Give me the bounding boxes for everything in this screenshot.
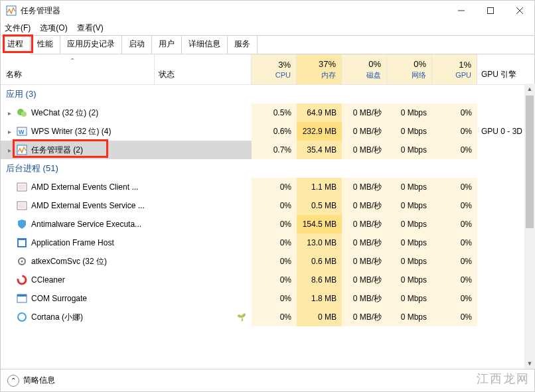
column-status[interactable]: 状态 — [155, 54, 252, 84]
appframe-icon — [17, 237, 27, 248]
menu-view[interactable]: 查看(V) — [77, 23, 104, 34]
cell-disk: 0 MB/秒 — [342, 233, 387, 252]
process-row[interactable]: AMD External Events Service ...0%0.5 MB0… — [1, 196, 534, 215]
process-row[interactable]: ▸WeChat (32 位) (2)0.5%64.9 MB0 MB/秒0 Mbp… — [1, 103, 534, 122]
cell-mem: 0.6 MB — [297, 252, 342, 271]
column-network[interactable]: 0% 网络 — [387, 54, 432, 84]
cell-disk: 0 MB/秒 — [342, 196, 387, 215]
ccleaner-icon — [17, 275, 27, 285]
cell-cpu: 0.6% — [252, 122, 297, 141]
cell-gpu: 0% — [432, 308, 477, 326]
group-background[interactable]: 后台进程 (51) — [1, 159, 534, 178]
svg-text:W: W — [19, 129, 25, 135]
svg-rect-13 — [19, 203, 25, 208]
process-row[interactable]: COM Surrogate0%1.8 MB0 MB/秒0 Mbps0% — [1, 289, 534, 308]
cell-gpu: 0% — [432, 271, 477, 289]
cell-net: 0 Mbps — [387, 215, 432, 233]
process-name: COM Surrogate — [31, 294, 87, 303]
shield-icon — [17, 219, 27, 229]
process-list[interactable]: 应用 (3) ▸WeChat (32 位) (2)0.5%64.9 MB0 MB… — [1, 85, 534, 369]
wechat-icon — [17, 107, 27, 118]
cell-cpu: 0% — [252, 233, 297, 252]
cell-cpu: 0% — [252, 308, 297, 326]
sort-caret-icon: ⌃ — [70, 57, 75, 64]
close-button[interactable] — [505, 1, 534, 21]
tab-strip: 进程 性能 应用历史记录 启动 用户 详细信息 服务 — [1, 35, 534, 54]
column-name[interactable]: ⌃ 名称 — [1, 54, 155, 84]
process-row[interactable]: CCleaner0%8.6 MB0 MB/秒0 Mbps0% — [1, 271, 534, 289]
cell-status — [155, 122, 252, 141]
menu-options[interactable]: 选项(O) — [40, 23, 67, 34]
column-gpu[interactable]: 1% GPU — [432, 54, 477, 84]
cell-gpu: 0% — [432, 289, 477, 308]
process-name: Application Frame Host — [31, 238, 114, 247]
cell-disk: 0 MB/秒 — [342, 215, 387, 233]
column-memory[interactable]: 37% 内存 — [297, 54, 342, 84]
menu-file[interactable]: 文件(F) — [5, 23, 31, 34]
svg-point-17 — [21, 261, 23, 263]
cell-disk: 0 MB/秒 — [342, 178, 387, 196]
cell-disk: 0 MB/秒 — [342, 252, 387, 271]
cell-disk: 0 MB/秒 — [342, 103, 387, 122]
cell-status — [155, 271, 252, 289]
process-name: Antimalware Service Executa... — [31, 220, 141, 229]
process-row[interactable]: ▸WWPS Writer (32 位) (4)0.6%232.9 MB0 MB/… — [1, 122, 534, 141]
svg-rect-15 — [19, 240, 25, 246]
tab-details[interactable]: 详细信息 — [182, 36, 228, 54]
cell-gpu: 0% — [432, 252, 477, 271]
wps-icon: W — [17, 126, 27, 137]
cell-net: 0 Mbps — [387, 271, 432, 289]
fewer-details-icon[interactable]: ⌃ — [7, 375, 19, 387]
tab-users[interactable]: 用户 — [152, 36, 182, 54]
cell-disk: 0 MB/秒 — [342, 122, 387, 141]
process-row[interactable]: Application Frame Host0%13.0 MB0 MB/秒0 M… — [1, 233, 534, 252]
menu-bar: 文件(F) 选项(O) 查看(V) — [1, 21, 534, 35]
tab-processes[interactable]: 进程 — [1, 36, 31, 54]
tab-startup[interactable]: 启动 — [122, 36, 152, 54]
process-row[interactable]: atkexComSvc (32 位)0%0.6 MB0 MB/秒0 Mbps0% — [1, 252, 534, 271]
scroll-down-arrow[interactable]: ▼ — [524, 358, 535, 369]
cell-mem: 35.4 MB — [297, 141, 342, 159]
maximize-button[interactable] — [476, 1, 505, 21]
cell-status: 🌱 — [155, 308, 252, 326]
process-row[interactable]: ▸任务管理器 (2)0.7%35.4 MB0 MB/秒0 Mbps0% — [1, 141, 534, 159]
window-title: 任务管理器 — [21, 5, 447, 17]
scroll-up-arrow[interactable]: ▲ — [524, 84, 535, 94]
amd-icon — [17, 182, 27, 192]
cell-mem: 8.6 MB — [297, 271, 342, 289]
expand-icon[interactable]: ▸ — [6, 128, 13, 135]
cell-cpu: 0.7% — [252, 141, 297, 159]
cell-net: 0 Mbps — [387, 252, 432, 271]
process-row[interactable]: Antimalware Service Executa...0%154.5 MB… — [1, 215, 534, 233]
task-manager-window: 任务管理器 文件(F) 选项(O) 查看(V) 进程 性能 应用历史记录 启动 … — [0, 0, 535, 392]
minimize-button[interactable] — [447, 1, 476, 21]
cell-cpu: 0% — [252, 289, 297, 308]
tab-performance[interactable]: 性能 — [31, 36, 60, 54]
vertical-scrollbar[interactable]: ▲ ▼ — [524, 84, 535, 369]
cell-cpu: 0.5% — [252, 103, 297, 122]
column-cpu[interactable]: 3% CPU — [252, 54, 297, 84]
cell-mem: 0 MB — [297, 308, 342, 326]
process-row[interactable]: Cortana (小娜)🌱0%0 MB0 MB/秒0 Mbps0% — [1, 308, 534, 326]
cell-disk: 0 MB/秒 — [342, 271, 387, 289]
fewer-details-label[interactable]: 简略信息 — [23, 375, 55, 386]
group-apps[interactable]: 应用 (3) — [1, 85, 534, 103]
cell-disk: 0 MB/秒 — [342, 308, 387, 326]
title-bar[interactable]: 任务管理器 — [1, 1, 534, 21]
scroll-thumb[interactable] — [526, 96, 534, 228]
column-disk[interactable]: 0% 磁盘 — [342, 54, 387, 84]
cell-status — [155, 196, 252, 215]
cell-gpu: 0% — [432, 122, 477, 141]
cell-status — [155, 103, 252, 122]
process-row[interactable]: AMD External Events Client ...0%1.1 MB0 … — [1, 178, 534, 196]
tab-app-history[interactable]: 应用历史记录 — [60, 36, 122, 54]
cell-disk: 0 MB/秒 — [342, 289, 387, 308]
cell-status — [155, 233, 252, 252]
expand-icon[interactable]: ▸ — [6, 147, 13, 154]
tab-services[interactable]: 服务 — [228, 36, 258, 54]
process-name: AMD External Events Service ... — [31, 201, 145, 210]
column-gpu-engine[interactable]: GPU 引擎 — [477, 54, 534, 84]
expand-icon[interactable]: ▸ — [6, 109, 13, 117]
cell-net: 0 Mbps — [387, 289, 432, 308]
cell-cpu: 0% — [252, 196, 297, 215]
